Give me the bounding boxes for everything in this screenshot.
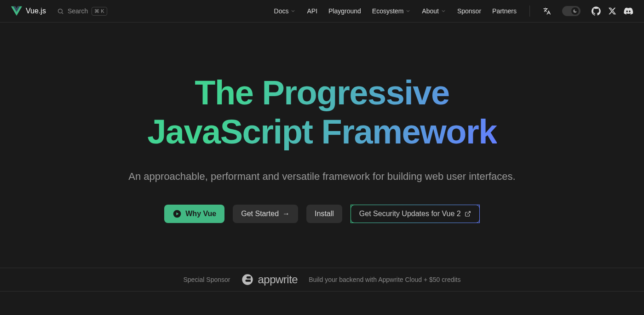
search-label: Search (68, 7, 88, 15)
logo-link[interactable]: Vue.js (11, 6, 46, 17)
discord-link[interactable] (624, 6, 633, 16)
hero-title: The Progressive JavaScript Framework (147, 73, 497, 151)
theme-toggle[interactable] (562, 6, 581, 16)
nav-divider (529, 6, 530, 17)
nav-partners[interactable]: Partners (492, 7, 517, 15)
nav-about[interactable]: About (422, 7, 446, 15)
theme-toggle-knob (571, 7, 579, 15)
github-icon (592, 6, 601, 16)
github-link[interactable] (592, 6, 601, 16)
sponsor-bar[interactable]: Special Sponsor appwrite Build your back… (0, 268, 644, 292)
why-vue-button[interactable]: Why Vue (164, 205, 224, 223)
moon-icon (573, 9, 577, 13)
search-shortcut: ⌘ K (92, 7, 107, 16)
chevron-down-icon (405, 8, 411, 14)
search-icon (57, 8, 64, 15)
arrow-right-icon: → (282, 210, 290, 218)
nav-api[interactable]: API (307, 7, 317, 15)
appwrite-icon (241, 273, 254, 286)
x-link[interactable] (608, 7, 616, 15)
sponsor-label: Special Sponsor (183, 276, 230, 283)
chevron-down-icon (441, 8, 446, 14)
translate-button[interactable] (543, 7, 551, 15)
svg-point-0 (58, 9, 62, 13)
vue-logo-icon (11, 6, 22, 17)
nav-ecosystem[interactable]: Ecosystem (372, 7, 411, 15)
external-link-icon (465, 211, 471, 217)
hero-tagline: An approachable, performant and versatil… (128, 171, 515, 183)
translate-icon (543, 7, 551, 15)
brand-name: Vue.js (26, 7, 46, 15)
nav-playground[interactable]: Playground (328, 7, 361, 15)
search-button[interactable]: Search ⌘ K (57, 7, 107, 16)
play-icon (172, 209, 182, 218)
x-icon (608, 7, 616, 15)
install-button[interactable]: Install (306, 205, 342, 223)
vue2-security-button[interactable]: Get Security Updates for Vue 2 (351, 205, 480, 223)
nav-sponsor[interactable]: Sponsor (457, 7, 481, 15)
sponsor-tagline: Build your backend with Appwrite Cloud +… (309, 276, 460, 283)
nav-docs[interactable]: Docs (274, 7, 296, 15)
discord-icon (624, 6, 633, 16)
sponsor-logo: appwrite (241, 273, 298, 286)
chevron-down-icon (290, 8, 296, 14)
get-started-button[interactable]: Get Started → (233, 205, 298, 223)
